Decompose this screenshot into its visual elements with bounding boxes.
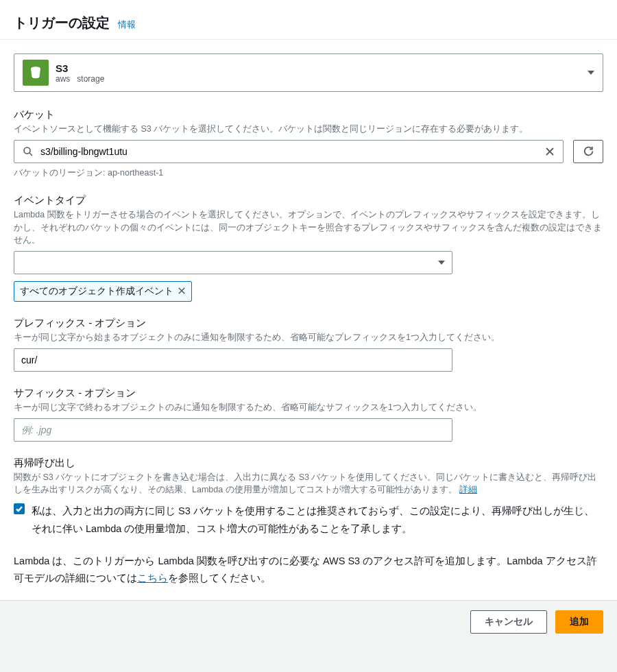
bucket-hint: イベントソースとして機能する S3 バケットを選択してください。バケットは関数と…: [14, 123, 603, 136]
event-types-label: イベントタイプ: [14, 194, 603, 207]
submit-button[interactable]: 追加: [555, 610, 603, 634]
permissions-note: Lambda は、このトリガーから Lambda 関数を呼び出すのに必要な AW…: [14, 553, 603, 586]
panel-header: トリガーの設定 情報: [0, 0, 617, 39]
svg-point-0: [24, 147, 30, 154]
recursive-hint: 関数が S3 バケットにオブジェクトを書き込む場合は、入出力に異なる S3 バケ…: [14, 471, 603, 497]
event-types-hint: Lambda 関数をトリガーさせる場合のイベントを選択してください。オプションで…: [14, 208, 603, 247]
chevron-down-icon: [588, 71, 594, 75]
chip-label: すべてのオブジェクト作成イベント: [20, 285, 173, 298]
bucket-region: バケットのリージョン: ap-northeast-1: [14, 167, 603, 179]
refresh-icon: [583, 145, 594, 157]
recursive-ack-checkbox[interactable]: [14, 503, 25, 514]
recursive-details-link[interactable]: 詳細: [459, 485, 477, 494]
event-type-chip: すべてのオブジェクト作成イベント: [14, 281, 192, 302]
bucket-input[interactable]: [36, 146, 542, 157]
suffix-label: サフィックス - オプション: [14, 387, 603, 400]
search-icon: [20, 143, 36, 160]
trigger-source-select[interactable]: S3 awsstorage: [14, 53, 603, 92]
recursive-label: 再帰呼び出し: [14, 457, 603, 470]
footer-actions: キャンセル 追加: [0, 601, 617, 643]
cancel-button[interactable]: キャンセル: [470, 610, 547, 634]
chevron-down-icon: [438, 261, 445, 265]
check-icon: [15, 505, 23, 513]
info-link[interactable]: 情報: [118, 19, 136, 29]
suffix-input[interactable]: [14, 418, 452, 442]
bucket-search[interactable]: [14, 140, 564, 163]
prefix-label: プレフィックス - オプション: [14, 317, 603, 330]
clear-bucket-button[interactable]: [542, 144, 557, 159]
suffix-hint: キーが同じ文字で終わるオブジェクトのみに通知を制限するため、省略可能なサフィック…: [14, 401, 603, 414]
page-title: トリガーの設定: [14, 15, 110, 30]
prefix-hint: キーが同じ文字から始まるオブジェクトのみに通知を制限するため、省略可能なプレフィ…: [14, 331, 603, 344]
source-meta: awsstorage: [56, 74, 111, 84]
recursive-ack-text: 私は、入力と出力の両方に同じ S3 バケットを使用することは推奨されておらず、こ…: [32, 502, 603, 538]
source-name: S3: [56, 62, 111, 74]
event-types-select[interactable]: [14, 251, 452, 274]
chip-remove-button[interactable]: [178, 286, 186, 297]
bucket-label: バケット: [14, 108, 603, 121]
svg-line-1: [29, 153, 32, 156]
s3-bucket-icon: [23, 60, 49, 86]
permissions-model-link[interactable]: こちら: [137, 573, 168, 584]
prefix-input[interactable]: [14, 348, 452, 372]
refresh-buckets-button[interactable]: [573, 140, 603, 163]
